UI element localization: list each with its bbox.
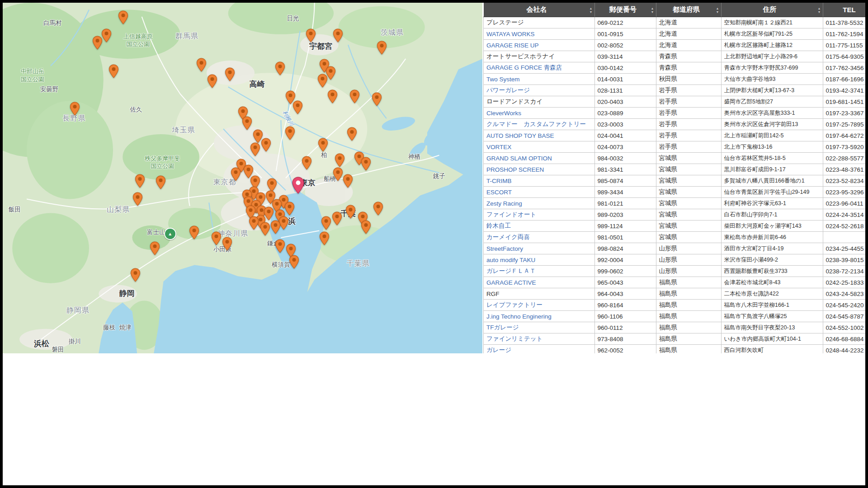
- company-cell[interactable]: WATAYA WORKS: [484, 28, 595, 40]
- company-cell[interactable]: パワーガレージ: [484, 85, 595, 96]
- postal-cell: 960-1106: [594, 311, 656, 322]
- sort-arrows-icon[interactable]: ▲▼: [716, 6, 719, 13]
- shop-map-pin-icon[interactable]: [275, 61, 285, 75]
- tel-cell: 0197-64-6272: [823, 130, 865, 141]
- column-header-4[interactable]: TEL▲▼: [823, 3, 865, 17]
- selected-map-pin-icon[interactable]: [292, 177, 305, 194]
- company-cell[interactable]: auto modify TAKU: [484, 254, 595, 266]
- shop-map-pin-icon[interactable]: [317, 74, 328, 88]
- shop-map-pin-icon[interactable]: [327, 89, 338, 103]
- shop-map-pin-icon[interactable]: [349, 89, 360, 103]
- shop-map-pin-icon[interactable]: [372, 92, 382, 106]
- shop-map-pin-icon[interactable]: [302, 156, 312, 170]
- shop-map-pin-icon[interactable]: [207, 74, 217, 88]
- shop-map-pin-icon[interactable]: [333, 28, 343, 42]
- shop-map-pin-icon[interactable]: [92, 36, 103, 50]
- shop-map-pin-icon[interactable]: [108, 64, 119, 78]
- postal-cell: 981-3341: [594, 164, 656, 175]
- company-cell[interactable]: PROSHOP SCREEN: [484, 164, 595, 175]
- company-cell[interactable]: GARAGE G FORCE 青森店: [484, 62, 595, 74]
- shop-map-pin-icon[interactable]: [70, 102, 80, 116]
- column-header-3[interactable]: 住所▲▼: [721, 3, 823, 17]
- company-cell[interactable]: GARAGE RISE UP: [484, 40, 595, 51]
- shop-map-pin-icon[interactable]: [319, 231, 330, 245]
- column-header-1[interactable]: 郵便番号▲▼: [594, 3, 656, 17]
- shop-map-pin-icon[interactable]: [156, 175, 166, 189]
- shop-map-pin-icon[interactable]: [231, 167, 241, 181]
- company-cell[interactable]: 鈴木自工: [484, 221, 595, 232]
- company-cell[interactable]: ESCORT: [484, 187, 595, 198]
- shop-map-pin-icon[interactable]: [225, 67, 235, 81]
- column-header-2[interactable]: 都道府県▲▼: [656, 3, 721, 17]
- shop-map-pin-icon[interactable]: [318, 138, 328, 152]
- company-cell[interactable]: レイブファクトリー: [484, 300, 595, 311]
- shop-map-pin-icon[interactable]: [289, 255, 299, 269]
- sort-arrows-icon[interactable]: ▲▼: [818, 6, 821, 13]
- company-cell[interactable]: ガレージＦＬＡＴ: [484, 266, 595, 277]
- shop-map-pin-icon[interactable]: [135, 174, 145, 188]
- company-cell[interactable]: VORTEX: [484, 141, 595, 153]
- company-cell[interactable]: TFガレージ: [484, 322, 595, 333]
- shop-map-pin-icon[interactable]: [118, 10, 128, 24]
- shop-map-pin-icon[interactable]: [377, 41, 387, 55]
- shop-map-pin-icon[interactable]: [130, 268, 141, 282]
- shop-map-pin-icon[interactable]: [261, 138, 271, 152]
- company-cell[interactable]: クルマドー カスタムファクトリー: [484, 119, 595, 130]
- shop-map-pin-icon[interactable]: [150, 241, 160, 255]
- company-cell[interactable]: ファインリミテット: [484, 333, 595, 345]
- prefecture-cell: 宮城県: [656, 232, 721, 243]
- address-cell: 米沢市窪田小瀬499-2: [721, 254, 823, 266]
- company-cell[interactable]: T-CRIMB: [484, 175, 595, 187]
- shop-row: GARAGE RISE UP002-8052北海道札幌市北区篠路町上篠路1201…: [484, 40, 866, 51]
- column-header-0[interactable]: 会社名▲▼: [484, 3, 595, 17]
- shop-map-pin-icon[interactable]: [333, 167, 343, 181]
- company-cell[interactable]: AUTO SHOP TOY BASE: [484, 130, 595, 141]
- shop-map-pin-icon[interactable]: [211, 231, 222, 245]
- shop-map-pin-icon[interactable]: [285, 126, 295, 140]
- shop-map-pin-icon[interactable]: [222, 237, 232, 251]
- shop-map-pin-icon[interactable]: [361, 157, 371, 171]
- postal-cell: 023-0889: [594, 108, 656, 119]
- company-cell[interactable]: StreetFactory: [484, 243, 595, 254]
- shop-row: 鈴木自工989-1124宮城県柴田郡大河原町金ヶ瀬字町1430224-52-26…: [484, 221, 866, 232]
- shop-map-pin-icon[interactable]: [189, 225, 199, 239]
- shop-map-pin-icon[interactable]: [343, 174, 353, 188]
- shop-map-pin-icon[interactable]: [332, 211, 342, 225]
- company-cell[interactable]: CleverWorks: [484, 108, 595, 119]
- shop-map-pin-icon[interactable]: [292, 100, 303, 114]
- shop-map-pin-icon[interactable]: [275, 239, 285, 253]
- map-canvas[interactable]: 白馬村上信越高原 国立公園群馬県日光宇都宮茨城県中部山岳 国立公園安曇野高崎佐久…: [3, 3, 482, 353]
- shop-map-pin-icon[interactable]: [101, 28, 112, 42]
- shop-map-pin-icon[interactable]: [249, 216, 259, 230]
- company-cell[interactable]: Zesty Racing: [484, 198, 595, 209]
- address-cell: 青森市大字野木字野尻37-699: [721, 62, 823, 74]
- company-cell[interactable]: カーメイク両喜: [484, 232, 595, 243]
- shop-map-pin-icon[interactable]: [306, 28, 316, 42]
- shop-map-pin-icon[interactable]: [250, 142, 260, 156]
- company-cell[interactable]: ファインドオート: [484, 209, 595, 221]
- postal-cell: 989-0203: [594, 209, 656, 221]
- sort-arrows-icon[interactable]: ▲▼: [590, 6, 593, 13]
- company-cell[interactable]: GRAND SLAM OPTION: [484, 153, 595, 164]
- shop-map-pin-icon[interactable]: [284, 202, 295, 216]
- shop-map-pin-icon[interactable]: [196, 58, 207, 72]
- shop-map-pin-icon[interactable]: [347, 127, 357, 141]
- shop-map-pin-icon[interactable]: [321, 216, 331, 230]
- postal-cell: 001-0915: [594, 28, 656, 40]
- shop-row: ファインドオート989-0203宮城県白石市郡山字卯向7-10224-24-35…: [484, 209, 866, 221]
- shop-map-pin-icon[interactable]: [260, 222, 270, 236]
- shop-map-pin-icon[interactable]: [345, 205, 356, 219]
- company-cell[interactable]: Two System: [484, 74, 595, 85]
- company-cell[interactable]: J.ing Techno Enginering: [484, 311, 595, 322]
- company-cell[interactable]: ガレージ: [484, 345, 595, 354]
- shop-map-pin-icon[interactable]: [132, 192, 143, 206]
- shop-map-pin-icon[interactable]: [270, 220, 281, 234]
- sort-arrows-icon[interactable]: ▲▼: [651, 6, 654, 13]
- shop-map-pin-icon[interactable]: [335, 153, 345, 167]
- park-poi-icon[interactable]: ▲: [164, 228, 176, 240]
- shop-map-pin-icon[interactable]: [373, 202, 383, 216]
- shop-map-pin-icon[interactable]: [361, 220, 371, 234]
- tel-cell: 0248-44-2232: [823, 345, 865, 354]
- company-cell[interactable]: GARAGE ACTIVE: [484, 277, 595, 288]
- shop-map-pin-icon[interactable]: [242, 116, 252, 130]
